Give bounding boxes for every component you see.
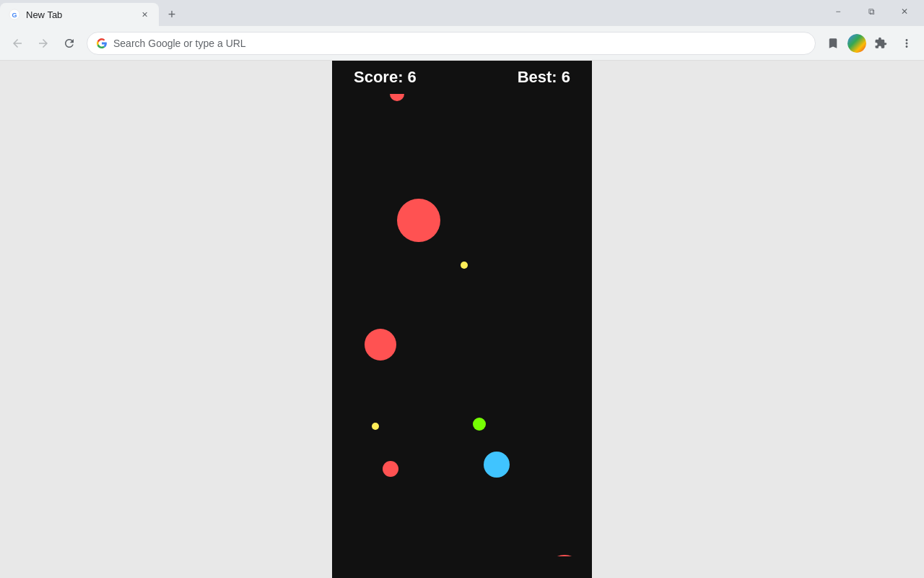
tab-title: New Tab [26, 9, 133, 20]
minimize-button[interactable]: − [821, 0, 855, 23]
tab-bar: G New Tab ✕ + − ⧉ ✕ [0, 0, 924, 26]
game-circle [365, 329, 396, 361]
maximize-button[interactable]: ⧉ [855, 0, 888, 23]
game-circle [397, 199, 440, 242]
address-bar[interactable]: Search Google or type a URL [87, 32, 816, 55]
svg-text:G: G [12, 12, 17, 19]
profile-avatar[interactable] [847, 34, 866, 53]
game-circle [390, 94, 404, 101]
menu-button[interactable] [895, 32, 918, 55]
game-circle [484, 452, 510, 478]
toolbar-right [821, 32, 918, 55]
score-display: Score: 6 [354, 68, 417, 87]
tab-favicon: G [9, 9, 20, 20]
forward-button[interactable] [32, 32, 55, 55]
game-circle [473, 418, 486, 431]
reload-button[interactable] [58, 32, 81, 55]
back-button[interactable] [6, 32, 29, 55]
address-text: Search Google or type a URL [113, 38, 806, 49]
browser-window: G New Tab ✕ + − ⧉ ✕ [0, 0, 924, 578]
tab-close-button[interactable]: ✕ [139, 9, 150, 20]
google-logo [96, 38, 108, 49]
active-tab[interactable]: G New Tab ✕ [0, 3, 159, 26]
game-circle [372, 423, 379, 430]
game-circle [545, 555, 584, 556]
new-tab-button[interactable]: + [162, 4, 182, 25]
game-circle [461, 262, 468, 269]
extensions-button[interactable] [869, 32, 892, 55]
game-container[interactable]: Score: 6 Best: 6 [332, 61, 592, 578]
page-content: Score: 6 Best: 6 [0, 61, 924, 578]
close-button[interactable]: ✕ [888, 0, 921, 23]
window-controls: − ⧉ ✕ [821, 0, 924, 26]
game-area[interactable] [332, 94, 592, 556]
best-score-display: Best: 6 [518, 68, 570, 87]
game-hud: Score: 6 Best: 6 [332, 61, 592, 94]
toolbar: Search Google or type a URL [0, 26, 924, 61]
bookmark-button[interactable] [821, 32, 845, 55]
game-circle [383, 461, 398, 477]
